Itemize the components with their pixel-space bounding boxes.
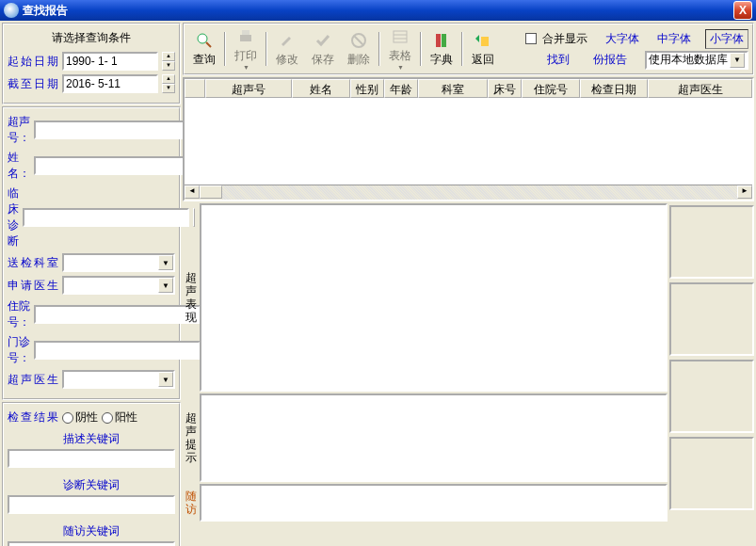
followup-textarea[interactable] [200, 484, 668, 522]
keywords-panel: 检查结果 阴性 阳性 描述关键词 诊断关键词 随访关键词 [2, 402, 181, 546]
col-usno[interactable]: 超声号 [205, 79, 292, 98]
col-inpat[interactable]: 住院号 [522, 79, 580, 98]
dept-label: 送检科室 [8, 255, 58, 271]
svg-rect-13 [481, 37, 489, 46]
spin-up[interactable]: ▲ [162, 74, 175, 84]
delete-button[interactable]: 删除 [341, 28, 377, 70]
font-large[interactable]: 大字体 [605, 31, 639, 47]
svg-line-7 [354, 36, 363, 45]
col-sex[interactable]: 性别 [350, 79, 384, 98]
dropdown-icon[interactable]: ▼ [730, 53, 745, 68]
svg-rect-5 [242, 30, 249, 35]
spin-down[interactable]: ▼ [162, 84, 175, 93]
h-scrollbar[interactable]: ◄ ► [185, 185, 752, 200]
col-age[interactable]: 年龄 [384, 79, 418, 98]
print-button[interactable]: 打印▼ [228, 28, 264, 70]
col-name[interactable]: 姓名 [292, 79, 350, 98]
db-combo[interactable]: 使用本地数据库▼ [645, 51, 748, 70]
col-doc[interactable]: 超声医生 [648, 79, 752, 98]
table-button[interactable]: 表格▼ [382, 28, 418, 70]
return-button[interactable]: 返回 [465, 28, 501, 70]
block3-label: 随访 [183, 484, 200, 522]
reqdoc-combo[interactable]: ▼ [62, 276, 175, 295]
col-bed[interactable]: 床号 [488, 79, 522, 98]
end-date-input[interactable]: 2016- 5-11 [62, 74, 158, 93]
panel-title: 请选择查询条件 [8, 30, 175, 46]
end-date-label: 截至日期 [8, 76, 58, 92]
scroll-thumb[interactable] [200, 185, 222, 199]
name-input[interactable] [34, 156, 201, 175]
edit-button[interactable]: 修改 [269, 28, 305, 70]
svg-rect-11 [436, 34, 441, 47]
inpat-input[interactable] [34, 305, 201, 324]
spin-down[interactable]: ▼ [162, 61, 175, 71]
svg-rect-8 [394, 31, 407, 42]
diag-input[interactable] [23, 208, 189, 227]
font-small[interactable]: 小字体 [705, 29, 748, 49]
block1-label: 超声表现 [183, 203, 200, 392]
col-selector[interactable] [185, 79, 205, 98]
impression-textarea[interactable] [200, 393, 668, 482]
scroll-left-icon[interactable]: ◄ [185, 185, 200, 199]
title-bar: 查找报告 X [0, 0, 756, 21]
kw3-input[interactable] [8, 541, 175, 546]
dropdown-icon[interactable]: ▼ [158, 372, 173, 387]
image-thumb-4[interactable] [669, 437, 754, 510]
font-medium[interactable]: 中字体 [657, 31, 691, 47]
app-icon [4, 3, 19, 18]
scroll-track[interactable] [222, 185, 737, 200]
col-dept[interactable]: 科室 [418, 79, 488, 98]
pos-radio[interactable]: 阳性 [102, 410, 137, 426]
name-label: 姓 名： [8, 150, 30, 182]
scroll-right-icon[interactable]: ► [737, 185, 752, 199]
grid-body[interactable] [185, 98, 752, 185]
findings-textarea[interactable] [200, 203, 668, 392]
merge-checkbox[interactable] [525, 33, 537, 44]
detail-area: 超声表现 超声提示 随访 [183, 203, 754, 544]
block2-label: 超声提示 [183, 393, 200, 482]
outpat-label: 门诊号： [8, 334, 30, 366]
spin-up[interactable]: ▲ [162, 52, 175, 61]
start-date-input[interactable]: 1990- 1- 1 [62, 52, 158, 71]
dict-button[interactable]: 字典 [424, 28, 459, 70]
us-no-input[interactable] [34, 120, 201, 139]
grid-header: 超声号 姓名 性别 年龄 科室 床号 住院号 检查日期 超声医生 [185, 79, 752, 98]
us-no-label: 超声号： [8, 114, 30, 146]
neg-radio[interactable]: 阴性 [62, 410, 98, 426]
dept-combo[interactable]: ▼ [62, 253, 175, 272]
usdoc-label: 超声医生 [8, 372, 58, 388]
sidebar: 请选择查询条件 起始日期 1990- 1- 1 ▲▼ 截至日期 2016- 5-… [2, 23, 181, 544]
image-thumb-3[interactable] [669, 360, 754, 433]
reqdoc-label: 申请医生 [8, 278, 58, 294]
kw2-input[interactable] [8, 495, 175, 514]
dropdown-icon[interactable]: ▼ [158, 278, 173, 293]
col-date[interactable]: 检查日期 [580, 79, 648, 98]
inpat-label: 住院号： [8, 298, 30, 330]
svg-point-2 [198, 34, 207, 43]
outpat-input[interactable] [34, 341, 201, 360]
diag-label: 临床诊断 [8, 185, 19, 249]
kw3-label: 随访关键词 [8, 523, 175, 539]
kw1-input[interactable] [8, 449, 175, 468]
result-label: 检查结果 [8, 410, 58, 426]
reports-label: 份报告 [593, 52, 627, 68]
dropdown-icon[interactable]: ▼ [158, 255, 173, 270]
merge-label: 合并显示 [542, 31, 587, 47]
search-button[interactable]: 查询 [186, 28, 222, 70]
right-area: 查询 打印▼ 修改 保存 删除 表格▼ 字典 返回 合并显示 大字体 [183, 23, 754, 544]
date-panel: 请选择查询条件 起始日期 1990- 1- 1 ▲▼ 截至日期 2016- 5-… [2, 23, 181, 104]
save-button[interactable]: 保存 [305, 28, 341, 70]
image-thumb-1[interactable] [669, 205, 754, 279]
thumbnail-column [669, 203, 754, 544]
start-date-label: 起始日期 [8, 54, 58, 70]
window-title: 查找报告 [23, 3, 733, 19]
close-button[interactable]: X [733, 1, 752, 20]
kw2-label: 诊断关键词 [8, 477, 175, 493]
usdoc-combo[interactable]: ▼ [62, 370, 175, 389]
svg-line-3 [206, 42, 211, 47]
image-thumb-2[interactable] [669, 282, 754, 356]
svg-rect-4 [240, 35, 251, 41]
toolbar-panel: 查询 打印▼ 修改 保存 删除 表格▼ 字典 返回 合并显示 大字体 [183, 23, 754, 75]
svg-rect-12 [442, 34, 446, 47]
kw1-label: 描述关键词 [8, 431, 175, 447]
